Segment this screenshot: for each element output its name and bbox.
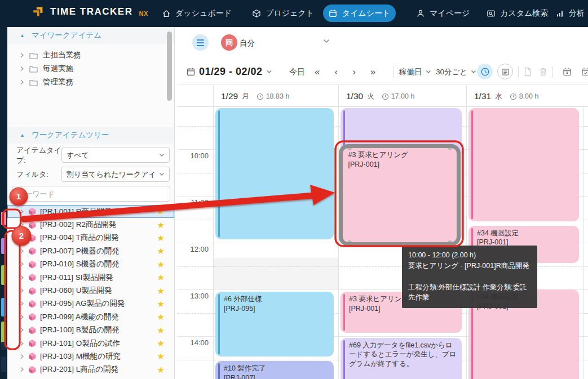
project-row[interactable]: [PRJ-011] SI製品開発 ★ bbox=[7, 271, 174, 284]
project-row[interactable]: [PRJ-095] AG製品の開発 ★ bbox=[7, 297, 174, 310]
chevron-down-icon[interactable] bbox=[323, 39, 330, 43]
project-list-scrollbar[interactable] bbox=[167, 32, 172, 101]
today-button[interactable]: 今日 bbox=[289, 59, 305, 84]
calendar-event[interactable]: #10 製作完了[PRJ-007] bbox=[215, 361, 334, 379]
favorite-star-icon[interactable]: ★ bbox=[157, 300, 165, 308]
timesheet-grid[interactable]: 10:0011:0012:0013:0014:00#6 外部仕様[PRJ-095… bbox=[178, 107, 588, 379]
project-row[interactable]: [PRJ-004] T商品の開発 ★ bbox=[7, 231, 174, 244]
menu-button[interactable] bbox=[192, 34, 209, 51]
interval-select[interactable]: 30分ごと bbox=[436, 59, 476, 84]
tree-item[interactable]: 毎週実施 bbox=[7, 62, 174, 75]
resize-handle[interactable] bbox=[448, 240, 452, 245]
event-project: [PRJ-001] bbox=[348, 160, 452, 170]
day-header: 1/30 火 17.00 h bbox=[338, 85, 466, 108]
trash-icon bbox=[539, 67, 547, 77]
chevron-right-icon bbox=[20, 209, 24, 215]
favorite-star-icon[interactable]: ★ bbox=[157, 287, 165, 295]
date-range-selector[interactable]: 01/29 - 02/02 bbox=[199, 59, 272, 84]
import-schedule-button[interactable] bbox=[563, 59, 572, 84]
project-row[interactable]: [PRJ-100] B製品の開発 ★ bbox=[7, 324, 174, 337]
my-work-items-tree: 主担当業務 毎週実施 bbox=[7, 44, 174, 89]
favorite-star-icon[interactable]: ★ bbox=[157, 221, 165, 229]
favorite-star-icon[interactable]: ★ bbox=[157, 352, 165, 360]
top-nav: TIME TRACKER NX ダッシュボード プロジェクト タイムシート bbox=[0, 0, 588, 27]
event-project: [PRJ-095] bbox=[224, 304, 329, 314]
project-row[interactable]: [PRJ-060] U製品開発 ★ bbox=[7, 284, 174, 297]
event-title: #6 外部仕様 bbox=[224, 295, 329, 304]
person-icon bbox=[416, 9, 425, 18]
event-accent-bar bbox=[343, 294, 345, 331]
tree-item-label: 毎週実施 bbox=[43, 64, 73, 74]
prev-week-button[interactable]: « bbox=[315, 66, 320, 78]
keyword-input[interactable] bbox=[12, 186, 170, 202]
favorite-star-icon[interactable]: ★ bbox=[157, 365, 165, 374]
strip-color-block bbox=[1, 298, 6, 316]
work-item-cube-icon bbox=[28, 260, 36, 269]
clock-icon bbox=[257, 93, 264, 100]
calendar-event[interactable]: #69 入力データをfile1.csvからロードするとエラーが発生し、プログラム… bbox=[341, 338, 462, 379]
favorite-star-icon[interactable]: ★ bbox=[157, 247, 165, 255]
nav-mypage[interactable]: マイページ bbox=[416, 0, 470, 27]
workday-mode-select[interactable]: 稼働日 bbox=[399, 59, 431, 84]
chevron-right-icon bbox=[20, 367, 24, 372]
date-range-label: 01/29 - 02/02 bbox=[199, 66, 263, 78]
nav-analytics[interactable]: 分析 bbox=[555, 0, 585, 27]
calendar-event[interactable]: #6 外部仕様[PRJ-095] bbox=[215, 292, 334, 356]
work-item-cube-icon bbox=[28, 300, 36, 308]
nav-dashboard[interactable]: ダッシュボード bbox=[162, 0, 232, 27]
project-row[interactable]: [PRJ-007] P機器の開発 ★ bbox=[7, 244, 174, 257]
calendar-event-selected[interactable]: #3 要求ヒアリング[PRJ-001] bbox=[339, 144, 461, 246]
event-title: #10 製作完了 bbox=[224, 364, 329, 373]
project-row[interactable]: [PRJ-010] S機器の開発 ★ bbox=[7, 258, 174, 271]
favorite-star-icon[interactable]: ★ bbox=[157, 273, 165, 282]
folder-icon bbox=[29, 65, 38, 73]
section-my-work-items[interactable]: ▲ マイワークアイテム bbox=[7, 27, 174, 44]
tree-item[interactable]: 主担当業務 bbox=[7, 48, 174, 62]
nav-project[interactable]: プロジェクト bbox=[252, 0, 314, 27]
calendar-event[interactable] bbox=[468, 108, 579, 222]
calendar-event[interactable] bbox=[215, 108, 334, 240]
delete-entry-button[interactable] bbox=[539, 59, 547, 84]
favorite-star-icon[interactable]: ★ bbox=[157, 207, 164, 216]
favorite-star-icon[interactable]: ★ bbox=[157, 326, 165, 335]
resize-handle[interactable] bbox=[448, 145, 452, 150]
project-row[interactable]: [PRJ-201] L商品の開発 ★ bbox=[7, 363, 174, 376]
project-row[interactable]: [PRJ-103] M機能の研究 ★ bbox=[7, 350, 174, 363]
app-window: TIME TRACKER NX ダッシュボード プロジェクト タイムシート bbox=[0, 0, 588, 379]
clock-view-toggle[interactable] bbox=[477, 64, 493, 79]
work-item-cube-icon bbox=[28, 313, 36, 321]
section-work-item-tree[interactable]: ▲ ワークアイテムツリー bbox=[7, 127, 174, 144]
project-row[interactable]: [PRJ-099] A機能の開発 ★ bbox=[7, 310, 174, 323]
collapse-caret-icon: ▲ bbox=[20, 132, 25, 138]
favorite-star-icon[interactable]: ★ bbox=[157, 313, 165, 321]
folder-icon bbox=[29, 52, 38, 59]
resize-handle[interactable] bbox=[347, 145, 352, 150]
nav-custom-search[interactable]: カスタム検索 bbox=[487, 0, 548, 27]
next-week-button[interactable]: » bbox=[370, 66, 375, 78]
copy-entry-button[interactable] bbox=[523, 59, 532, 84]
favorite-star-icon[interactable]: ★ bbox=[157, 234, 165, 242]
project-row[interactable]: [PRJ-001] R商品開発 ★ bbox=[7, 205, 174, 218]
calendar-settings-button[interactable] bbox=[581, 59, 588, 84]
event-title: #3 要求ヒアリング bbox=[348, 150, 452, 160]
stamp-view-toggle[interactable] bbox=[497, 64, 513, 79]
chevron-right-icon bbox=[20, 248, 24, 254]
nav-timesheet-active[interactable]: タイムシート bbox=[323, 5, 396, 22]
project-label: [PRJ-001] R商品開発 bbox=[40, 207, 112, 217]
filter-select[interactable]: 割り当てられたワークアイ bbox=[61, 167, 170, 182]
favorite-star-icon[interactable]: ★ bbox=[157, 260, 165, 269]
work-item-cube-icon bbox=[28, 339, 36, 347]
item-type-select[interactable]: すべて bbox=[61, 148, 170, 163]
strip-color-block bbox=[1, 238, 6, 254]
resize-handle[interactable] bbox=[347, 240, 352, 245]
project-row[interactable]: [PRJ-002] R2商品開発 ★ bbox=[7, 218, 174, 231]
prev-day-button[interactable]: ‹ bbox=[334, 66, 338, 78]
favorite-star-icon[interactable]: ★ bbox=[157, 339, 165, 347]
tree-item[interactable]: 管理業務 bbox=[7, 75, 174, 89]
event-accent-bar bbox=[471, 110, 473, 220]
date-picker-calendar-icon[interactable] bbox=[186, 59, 196, 84]
day-date: 1/31 bbox=[474, 91, 491, 101]
project-row[interactable]: [PRJ-101] O製品の試作 ★ bbox=[7, 337, 174, 350]
next-day-button[interactable]: › bbox=[352, 66, 356, 78]
chevron-right-icon bbox=[20, 288, 24, 293]
